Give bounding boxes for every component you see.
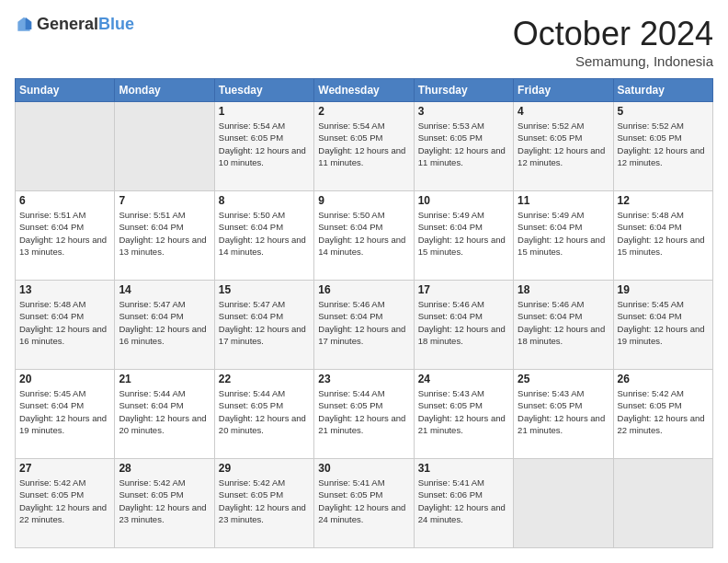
weekday-header: Tuesday [214,79,313,102]
logo-icon [15,16,33,34]
page: GeneralBlue October 2024 Semamung, Indon… [0,0,728,563]
day-info: Sunrise: 5:50 AMSunset: 6:04 PMDaylight:… [318,209,409,258]
day-number: 6 [19,194,110,207]
day-number: 13 [19,283,110,296]
day-number: 25 [518,373,609,385]
day-number: 8 [219,194,310,207]
title-block: October 2024 Semamung, Indonesia [513,15,713,69]
logo-general-text: General [37,15,98,33]
calendar-cell: 12Sunrise: 5:48 AMSunset: 6:04 PMDayligh… [613,191,712,281]
weekday-header: Monday [115,79,214,102]
day-number: 9 [318,194,409,207]
day-info: Sunrise: 5:46 AMSunset: 6:04 PMDaylight:… [518,298,609,347]
day-info: Sunrise: 5:42 AMSunset: 6:05 PMDaylight:… [19,477,110,525]
day-info: Sunrise: 5:54 AMSunset: 6:05 PMDaylight:… [318,120,409,168]
calendar-cell: 24Sunrise: 5:43 AMSunset: 6:05 PMDayligh… [414,370,513,459]
day-number: 15 [219,283,310,296]
calendar-cell [613,459,712,548]
day-number: 2 [318,105,409,118]
day-info: Sunrise: 5:53 AMSunset: 6:05 PMDaylight:… [418,120,509,168]
calendar-cell: 3Sunrise: 5:53 AMSunset: 6:05 PMDaylight… [414,102,513,191]
location: Semamung, Indonesia [513,53,713,69]
calendar-cell: 9Sunrise: 5:50 AMSunset: 6:04 PMDaylight… [314,191,414,281]
calendar-cell: 13Sunrise: 5:48 AMSunset: 6:04 PMDayligh… [16,281,115,370]
day-number: 14 [119,283,210,296]
logo: GeneralBlue [15,15,134,34]
day-number: 4 [518,105,609,118]
day-number: 26 [618,373,709,385]
day-number: 1 [219,105,310,118]
calendar-cell: 23Sunrise: 5:44 AMSunset: 6:05 PMDayligh… [314,370,414,459]
day-info: Sunrise: 5:48 AMSunset: 6:04 PMDaylight:… [618,209,709,258]
calendar-cell: 8Sunrise: 5:50 AMSunset: 6:04 PMDaylight… [214,191,313,281]
weekday-header: Saturday [613,79,712,102]
day-info: Sunrise: 5:44 AMSunset: 6:05 PMDaylight:… [219,387,310,436]
calendar-cell: 27Sunrise: 5:42 AMSunset: 6:05 PMDayligh… [16,459,115,548]
day-number: 11 [518,194,609,207]
day-info: Sunrise: 5:42 AMSunset: 6:05 PMDaylight:… [219,477,310,525]
day-info: Sunrise: 5:45 AMSunset: 6:04 PMDaylight:… [618,298,709,347]
day-number: 10 [418,194,509,207]
calendar-cell [115,102,214,191]
weekday-header: Wednesday [314,79,414,102]
day-info: Sunrise: 5:47 AMSunset: 6:04 PMDaylight:… [219,298,310,347]
day-info: Sunrise: 5:42 AMSunset: 6:05 PMDaylight:… [618,387,709,436]
logo-blue-text: Blue [98,15,134,33]
calendar-cell: 17Sunrise: 5:46 AMSunset: 6:04 PMDayligh… [414,281,513,370]
calendar-cell: 14Sunrise: 5:47 AMSunset: 6:04 PMDayligh… [115,281,214,370]
day-info: Sunrise: 5:42 AMSunset: 6:05 PMDaylight:… [119,477,210,525]
weekday-header: Sunday [16,79,115,102]
calendar-cell: 4Sunrise: 5:52 AMSunset: 6:05 PMDaylight… [514,102,613,191]
header: GeneralBlue October 2024 Semamung, Indon… [15,15,713,69]
day-number: 27 [19,462,110,475]
day-number: 22 [219,373,310,385]
day-info: Sunrise: 5:46 AMSunset: 6:04 PMDaylight:… [418,298,509,347]
day-number: 30 [318,462,409,475]
day-info: Sunrise: 5:52 AMSunset: 6:05 PMDaylight:… [518,120,609,168]
day-number: 12 [618,194,709,207]
calendar-cell: 18Sunrise: 5:46 AMSunset: 6:04 PMDayligh… [514,281,613,370]
day-info: Sunrise: 5:46 AMSunset: 6:04 PMDaylight:… [318,298,409,347]
calendar-cell: 6Sunrise: 5:51 AMSunset: 6:04 PMDaylight… [16,191,115,281]
calendar-cell [16,102,115,191]
weekday-header: Thursday [414,79,513,102]
day-info: Sunrise: 5:54 AMSunset: 6:05 PMDaylight:… [219,120,310,168]
calendar-cell: 10Sunrise: 5:49 AMSunset: 6:04 PMDayligh… [414,191,513,281]
day-number: 21 [119,373,210,385]
calendar-cell [514,459,613,548]
day-number: 23 [318,373,409,385]
calendar-cell: 26Sunrise: 5:42 AMSunset: 6:05 PMDayligh… [613,370,712,459]
day-number: 20 [19,373,110,385]
day-info: Sunrise: 5:47 AMSunset: 6:04 PMDaylight:… [119,298,210,347]
calendar-cell: 16Sunrise: 5:46 AMSunset: 6:04 PMDayligh… [314,281,414,370]
day-number: 5 [618,105,709,118]
day-info: Sunrise: 5:50 AMSunset: 6:04 PMDaylight:… [219,209,310,258]
day-number: 7 [119,194,210,207]
calendar-cell: 29Sunrise: 5:42 AMSunset: 6:05 PMDayligh… [214,459,313,548]
day-info: Sunrise: 5:43 AMSunset: 6:05 PMDaylight:… [418,387,509,436]
day-info: Sunrise: 5:44 AMSunset: 6:05 PMDaylight:… [318,387,409,436]
calendar-cell: 2Sunrise: 5:54 AMSunset: 6:05 PMDaylight… [314,102,414,191]
day-info: Sunrise: 5:41 AMSunset: 6:05 PMDaylight:… [318,477,409,525]
calendar-table: SundayMondayTuesdayWednesdayThursdayFrid… [15,78,713,548]
day-info: Sunrise: 5:52 AMSunset: 6:05 PMDaylight:… [618,120,709,168]
day-number: 29 [219,462,310,475]
calendar-cell: 15Sunrise: 5:47 AMSunset: 6:04 PMDayligh… [214,281,313,370]
day-info: Sunrise: 5:43 AMSunset: 6:05 PMDaylight:… [518,387,609,436]
day-number: 19 [618,283,709,296]
calendar-cell: 28Sunrise: 5:42 AMSunset: 6:05 PMDayligh… [115,459,214,548]
day-info: Sunrise: 5:49 AMSunset: 6:04 PMDaylight:… [518,209,609,258]
day-number: 28 [119,462,210,475]
calendar-cell: 30Sunrise: 5:41 AMSunset: 6:05 PMDayligh… [314,459,414,548]
calendar-cell: 19Sunrise: 5:45 AMSunset: 6:04 PMDayligh… [613,281,712,370]
calendar-cell: 25Sunrise: 5:43 AMSunset: 6:05 PMDayligh… [514,370,613,459]
day-number: 18 [518,283,609,296]
day-info: Sunrise: 5:51 AMSunset: 6:04 PMDaylight:… [19,209,110,258]
day-number: 31 [418,462,509,475]
calendar-cell: 7Sunrise: 5:51 AMSunset: 6:04 PMDaylight… [115,191,214,281]
calendar-cell: 5Sunrise: 5:52 AMSunset: 6:05 PMDaylight… [613,102,712,191]
day-info: Sunrise: 5:44 AMSunset: 6:04 PMDaylight:… [119,387,210,436]
calendar-cell: 1Sunrise: 5:54 AMSunset: 6:05 PMDaylight… [214,102,313,191]
day-info: Sunrise: 5:49 AMSunset: 6:04 PMDaylight:… [418,209,509,258]
month-title: October 2024 [513,15,713,53]
